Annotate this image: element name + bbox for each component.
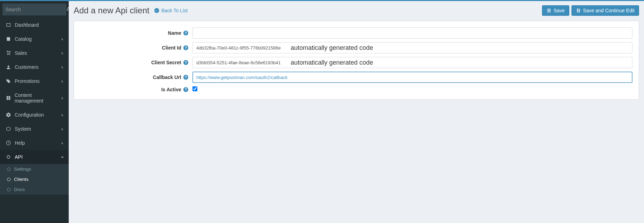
save-button-label: Save	[554, 8, 565, 13]
subnav-label: Clients	[14, 177, 28, 182]
search-box[interactable]	[2, 4, 66, 15]
cube-icon	[5, 126, 12, 131]
sidebar-item-api[interactable]: API	[0, 150, 69, 164]
sidebar-item-label: Dashboard	[15, 22, 39, 28]
name-input[interactable]	[192, 27, 632, 39]
client-secret-input[interactable]	[192, 57, 632, 68]
user-icon	[5, 65, 12, 70]
boxes-icon	[5, 96, 12, 100]
header-actions: Save Save and Continue Edit	[542, 5, 639, 16]
label-client-id: Client Id ?	[80, 45, 192, 51]
control-wrap: automatically generated code	[192, 57, 632, 68]
sidebar-item-system[interactable]: System	[0, 122, 69, 136]
help-icon[interactable]: ?	[183, 60, 188, 65]
nav: Dashboard Catalog Sales Customers Promot…	[0, 18, 69, 195]
chevron-right-icon	[61, 78, 64, 84]
control-wrap: automatically generated code	[192, 42, 632, 53]
save-continue-button[interactable]: Save and Continue Edit	[571, 5, 639, 16]
row-client-id: Client Id ? automatically generated code	[80, 42, 632, 53]
dashboard-icon	[5, 22, 12, 27]
question-icon: ?	[5, 140, 12, 145]
control-wrap	[192, 72, 632, 83]
tags-icon	[5, 79, 12, 84]
subnav-item-docs[interactable]: Docs	[0, 184, 69, 195]
row-client-secret: Client Secret ? automatically generated …	[80, 57, 632, 68]
client-id-input[interactable]	[192, 42, 632, 53]
label-is-active: Is Active ?	[80, 87, 192, 92]
sidebar-item-label: Catalog	[15, 36, 32, 42]
sidebar-item-promotions[interactable]: Promotions	[0, 74, 69, 88]
search-container	[0, 1, 69, 18]
save-button[interactable]: Save	[542, 5, 569, 16]
label-text: Callback Url	[153, 74, 181, 80]
save-continue-button-label: Save and Continue Edit	[583, 8, 635, 13]
back-link-label: Back To List	[161, 8, 188, 13]
bullet-icon	[7, 178, 11, 181]
svg-point-2	[7, 156, 10, 158]
save-icon	[547, 8, 551, 13]
sidebar-item-content-management[interactable]: Content management	[0, 88, 69, 108]
sidebar-item-label: Sales	[15, 50, 27, 56]
control-wrap	[192, 86, 632, 92]
form-panel: Name ? Client Id ? automatically generat…	[74, 21, 639, 100]
chevron-right-icon	[61, 64, 64, 70]
sidebar-item-dashboard[interactable]: Dashboard	[0, 18, 69, 32]
main: Add a new Api client ← Back To List Save…	[69, 1, 644, 223]
subnav-label: Docs	[14, 187, 25, 192]
sidebar-item-help[interactable]: ? Help	[0, 136, 69, 150]
chevron-right-icon	[61, 140, 64, 146]
sidebar-item-label: System	[15, 126, 31, 132]
cart-icon	[5, 51, 12, 55]
sidebar-item-label: Help	[15, 140, 25, 146]
control-wrap	[192, 27, 632, 39]
sidebar-item-catalog[interactable]: Catalog	[0, 32, 69, 46]
callback-url-input[interactable]	[192, 72, 632, 83]
sidebar-item-label: API	[15, 154, 23, 160]
bullet-icon	[7, 188, 11, 191]
sidebar-item-label: Content management	[15, 92, 61, 104]
sidebar-item-label: Configuration	[15, 112, 44, 118]
sidebar-item-configuration[interactable]: Configuration	[0, 108, 69, 122]
sidebar-item-customers[interactable]: Customers	[0, 60, 69, 74]
sidebar: Dashboard Catalog Sales Customers Promot…	[0, 1, 69, 223]
subnav-item-clients[interactable]: Clients	[0, 174, 69, 184]
label-callback-url: Callback Url ?	[80, 74, 192, 80]
api-subnav: Settings Clients Docs	[0, 164, 69, 195]
chevron-right-icon	[61, 50, 64, 56]
app-shell: Dashboard Catalog Sales Customers Promot…	[0, 1, 644, 223]
row-name: Name ?	[80, 27, 632, 39]
sidebar-item-sales[interactable]: Sales	[0, 46, 69, 60]
chevron-right-icon	[61, 112, 64, 118]
back-to-list-link[interactable]: ← Back To List	[154, 8, 188, 13]
label-client-secret: Client Secret ?	[80, 60, 192, 65]
svg-text:?: ?	[8, 142, 9, 145]
chevron-down-icon	[61, 154, 64, 160]
help-icon[interactable]: ?	[183, 87, 188, 92]
chevron-right-icon	[61, 126, 64, 132]
label-text: Client Id	[162, 45, 181, 51]
bullet-icon	[7, 168, 11, 171]
label-name: Name ?	[80, 30, 192, 36]
chevron-right-icon	[61, 95, 64, 101]
content-header: Add a new Api client ← Back To List Save…	[69, 1, 644, 21]
back-arrow-icon: ←	[154, 8, 159, 13]
save-icon	[576, 8, 581, 13]
row-callback-url: Callback Url ?	[80, 72, 632, 83]
label-text: Is Active	[161, 87, 181, 92]
help-icon[interactable]: ?	[183, 31, 188, 35]
gears-icon	[5, 112, 12, 117]
sidebar-item-label: Promotions	[15, 78, 40, 84]
help-icon[interactable]: ?	[183, 45, 188, 50]
circle-icon	[5, 155, 12, 159]
sidebar-item-label: Customers	[15, 64, 39, 70]
page-title: Add a new Api client	[74, 6, 149, 15]
search-input[interactable]	[5, 7, 67, 12]
is-active-checkbox[interactable]	[192, 86, 197, 91]
subnav-item-settings[interactable]: Settings	[0, 164, 69, 174]
subnav-label: Settings	[14, 166, 31, 172]
row-is-active: Is Active ?	[80, 86, 632, 92]
help-icon[interactable]: ?	[183, 75, 188, 80]
book-icon	[5, 37, 12, 41]
label-text: Client Secret	[151, 60, 181, 65]
chevron-right-icon	[61, 36, 64, 42]
